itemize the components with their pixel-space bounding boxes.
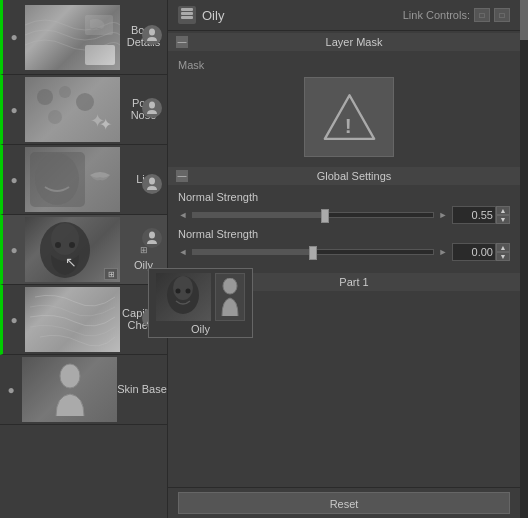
slider2-arrow-right[interactable]: ► [438,245,448,259]
value-field-1[interactable] [452,206,496,224]
slider1-handle[interactable] [321,209,329,223]
layer-lip[interactable]: ● Lip [0,145,167,215]
layer-mask-section-header[interactable]: — Layer Mask [168,33,520,51]
layer-pore-nose[interactable]: ● ✦ Pore Nose [0,75,167,145]
layer-thumb-skin-base [22,357,117,422]
layer-label-area-lip: Lip [120,169,167,191]
layer-mask-collapse-btn[interactable]: — [176,36,188,48]
skin-base-person-icon [50,362,90,417]
eye-toggle-skin-base[interactable]: ● [0,383,22,397]
slider1-arrow-right[interactable]: ► [438,208,448,222]
person-icon-lip [145,177,159,191]
layer-label-area-skin-base: Skin Base [117,379,167,401]
eye-toggle-body-details[interactable]: ● [3,30,25,44]
eye-icon: ● [10,30,17,44]
layer-body-details[interactable]: ● Body Details [0,0,167,75]
svg-point-7 [149,101,155,108]
slider1-arrow-left[interactable]: ◄ [178,208,188,222]
mask-preview: ! [304,77,394,157]
svg-text:!: ! [344,114,351,137]
slider-normal-strength-2[interactable] [192,249,434,255]
layer-top-icon-body-details [142,25,162,45]
eye-toggle-lip[interactable]: ● [3,173,25,187]
svg-point-21 [186,289,191,294]
value-field-2[interactable] [452,243,496,261]
link-btn-2[interactable]: □ [494,8,510,22]
eye-toggle-oily[interactable]: ● [3,243,25,257]
eye-icon-oily: ● [10,243,17,257]
popup-face-svg [156,273,211,321]
reset-button[interactable]: Reset [178,492,510,514]
layer-thumb-body-details [25,5,120,70]
svg-point-22 [223,278,237,294]
spinner-up-1[interactable]: ▲ [496,206,510,215]
right-scrollbar[interactable] [520,0,528,518]
svg-rect-25 [181,8,193,11]
mask-label: Mask [178,59,510,71]
oily-hover-popup: Oily [148,268,253,338]
popup-face-thumb [156,273,211,321]
spinners-2: ▲ ▼ [496,243,510,261]
value-box-1: ▲ ▼ [452,206,510,224]
lip-texture [25,147,120,212]
layer-badge-oily: ⊞ [104,268,118,280]
layer-thumb-lip [25,147,120,212]
popup-person-svg [219,278,241,316]
slider1-fill [193,213,325,217]
pore-texture: ✦ [25,77,120,142]
svg-rect-23 [181,16,193,19]
popup-content [156,273,245,321]
right-panel: Oily Link Controls: □ □ — Layer Mask Mas… [168,0,520,518]
right-section: Oily Link Controls: □ □ — Layer Mask Mas… [168,0,528,518]
link-controls-label: Link Controls: [403,9,470,21]
person-silhouette-icon [145,28,159,42]
link-btn-1[interactable]: □ [474,8,490,22]
global-settings-title: Global Settings [196,170,512,182]
scroll-thumb[interactable] [520,0,528,40]
layer-thumb-oily: ↖ ⊞ [25,217,120,282]
svg-point-13 [55,242,61,248]
svg-point-14 [69,242,75,248]
layer-type-icon [178,6,196,24]
normal-strength-row-1: ◄ ► ▲ ▼ [178,206,510,224]
svg-point-2 [37,89,53,105]
global-settings-section-header[interactable]: — Global Settings [168,167,520,185]
capillary-texture [25,287,120,352]
layer-top-icon-lip [142,174,162,194]
global-settings-collapse-btn[interactable]: — [176,170,188,182]
svg-point-20 [176,289,181,294]
svg-point-3 [59,86,71,98]
popup-label: Oily [191,323,210,335]
spinners-1: ▲ ▼ [496,206,510,224]
slider2-handle[interactable] [309,246,317,260]
eye-toggle-capillary[interactable]: ● [3,313,25,327]
svg-point-17 [60,364,80,388]
eye-toggle-pore-nose[interactable]: ● [3,103,25,117]
layer-label-area-pore-nose: Pore Nose [120,93,167,127]
layer-skin-base[interactable]: ● Skin Base [0,355,167,425]
spinner-down-1[interactable]: ▼ [496,215,510,224]
normal-strength-row-2: ◄ ► ▲ ▼ [178,243,510,261]
spinner-up-2[interactable]: ▲ [496,243,510,252]
svg-point-12 [51,223,79,255]
spinner-down-2[interactable]: ▼ [496,252,510,261]
value-box-2: ▲ ▼ [452,243,510,261]
layer-name-skin-base: Skin Base [117,379,167,395]
slider2-arrow-left[interactable]: ◄ [178,245,188,259]
layer-title: Oily [202,8,224,23]
texture-overlay [25,5,120,70]
layer-capillary-cheek[interactable]: ● Capillary Cheek [0,285,167,355]
left-panel: ● Body Details ● [0,0,168,518]
eye-icon-skin-base: ● [7,383,14,397]
layers-icon [180,8,194,22]
spacer [168,317,520,487]
person-icon-pore [145,101,159,115]
eye-icon-capillary: ● [10,313,17,327]
slider-normal-strength-1[interactable] [192,212,434,218]
layer-top-icon-oily [142,228,162,248]
layer-oily[interactable]: ● ↖ ⊞ ⊞ [0,215,167,285]
link-controls-area: Link Controls: □ □ [403,8,510,22]
mask-area: Mask ! [168,51,520,165]
normal-strength-label-1: Normal Strength [178,191,510,203]
svg-point-15 [149,231,155,238]
